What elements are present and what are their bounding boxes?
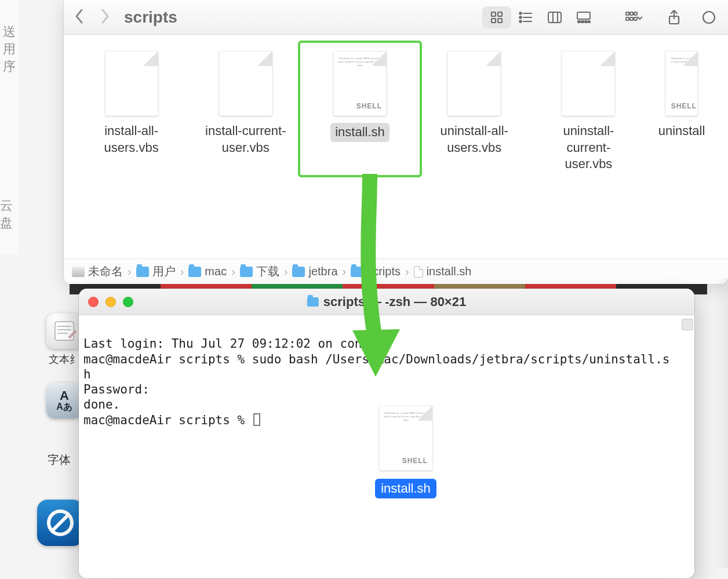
svg-rect-16: [585, 21, 587, 23]
svg-rect-22: [630, 17, 633, 20]
path-segment[interactable]: 未命名: [72, 264, 123, 279]
background-fade: [714, 278, 728, 568]
file-icon: [447, 51, 501, 116]
svg-point-6: [519, 16, 521, 18]
terminal-title: scripts — -zsh — 80×21: [307, 294, 466, 309]
svg-point-4: [519, 12, 521, 14]
shell-file-icon: #!/bin/bash set -e rm -rf echo uninstall…: [665, 51, 698, 116]
file-icon: [562, 51, 615, 116]
path-segment[interactable]: 用户: [136, 264, 176, 279]
disk-icon: [72, 267, 85, 277]
fontbook-icon: A Aあ: [46, 383, 82, 418]
file-label: uninstall: [658, 123, 705, 140]
terminal-cursor: [253, 413, 260, 426]
shell-file-icon: #!/bin/bash set -e export PATH echo inst…: [333, 51, 387, 116]
svg-rect-15: [581, 21, 584, 23]
chevron-right-icon: ›: [231, 265, 235, 278]
file-label: uninstall-all-users.vbs: [430, 123, 519, 156]
svg-point-25: [703, 12, 715, 23]
svg-rect-13: [577, 12, 590, 19]
svg-rect-19: [630, 12, 633, 15]
svg-point-8: [519, 20, 521, 22]
path-segment[interactable]: install.sh: [414, 265, 472, 278]
svg-rect-0: [492, 12, 496, 16]
path-segment[interactable]: mac: [188, 265, 227, 278]
chevron-right-icon: ›: [180, 265, 184, 278]
folder-icon: [240, 267, 253, 277]
view-mode-group: [482, 6, 598, 28]
svg-rect-1: [498, 12, 502, 16]
view-gallery-button[interactable]: [569, 6, 598, 28]
file-label: install-current-user.vbs: [201, 123, 290, 156]
chevron-right-icon: ›: [128, 265, 132, 278]
svg-rect-14: [578, 21, 580, 23]
svg-rect-3: [498, 19, 502, 23]
textedit-icon: [46, 313, 82, 349]
svg-rect-10: [548, 12, 561, 23]
finder-path-bar[interactable]: 未命名 › 用户 › mac › 下载 › jetbra › scripts ›…: [64, 258, 728, 284]
file-icon: [219, 51, 272, 116]
svg-rect-18: [626, 12, 629, 15]
folder-icon: [188, 267, 201, 277]
svg-rect-2: [492, 19, 496, 23]
chevron-right-icon: ›: [405, 265, 409, 278]
svg-rect-21: [626, 17, 629, 20]
nav-back-button[interactable]: [74, 8, 85, 27]
dragged-file[interactable]: #!/bin/bash set -e export PATH echo inst…: [354, 406, 458, 498]
nav-forward-button[interactable]: [100, 8, 110, 27]
window-minimize-button[interactable]: [105, 297, 116, 307]
window-close-button[interactable]: [88, 297, 99, 307]
file-label: install-all-users.vbs: [87, 123, 176, 156]
tags-button[interactable]: [700, 6, 718, 28]
terminal-titlebar[interactable]: scripts — -zsh — 80×21: [79, 289, 694, 315]
svg-rect-20: [634, 12, 637, 15]
finder-toolbar: scripts: [64, 0, 728, 35]
file-item[interactable]: uninstall-current-user.vbs: [544, 51, 633, 173]
file-item-cropped[interactable]: #!/bin/bash set -e rm -rf echo uninstall…: [658, 51, 705, 173]
svg-line-31: [52, 515, 68, 531]
chevron-right-icon: ›: [284, 265, 288, 278]
svg-rect-17: [588, 21, 590, 23]
folder-icon: [136, 267, 149, 277]
desktop-label: 字体: [48, 452, 71, 468]
window-zoom-button[interactable]: [123, 297, 133, 307]
dragged-file-label: install.sh: [375, 479, 436, 498]
view-icons-button[interactable]: [482, 6, 511, 28]
finder-title: scripts: [124, 8, 177, 27]
folder-icon: [292, 267, 305, 277]
folder-icon: [351, 267, 363, 277]
sidebar-fragment: 送 用 序 云盘: [0, 0, 19, 255]
desktop-app-blocker[interactable]: [37, 500, 78, 549]
share-button[interactable]: [660, 6, 689, 28]
document-icon: [414, 266, 423, 278]
view-list-button[interactable]: [511, 6, 540, 28]
file-item[interactable]: install-all-users.vbs: [87, 51, 176, 173]
file-label: uninstall-current-user.vbs: [544, 123, 633, 173]
chevron-right-icon: ›: [343, 265, 347, 278]
path-segment[interactable]: scripts: [351, 265, 401, 278]
file-label: install.sh: [330, 123, 390, 142]
path-segment[interactable]: 下载: [240, 264, 279, 279]
svg-rect-23: [634, 17, 637, 20]
folder-icon: [307, 297, 319, 307]
shell-file-icon: #!/bin/bash set -e export PATH echo inst…: [379, 406, 432, 471]
group-by-button[interactable]: [619, 6, 648, 28]
file-item-selected[interactable]: #!/bin/bash set -e export PATH echo inst…: [315, 51, 404, 173]
path-segment[interactable]: jetbra: [292, 265, 337, 278]
prohibited-icon: [37, 500, 83, 546]
view-columns-button[interactable]: [540, 6, 569, 28]
scrollbar-thumb[interactable]: [682, 319, 693, 330]
finder-file-area[interactable]: install-all-users.vbs install-current-us…: [64, 35, 728, 258]
file-icon: [105, 51, 158, 116]
file-item[interactable]: uninstall-all-users.vbs: [430, 51, 519, 173]
finder-window: scripts: [64, 0, 728, 284]
file-item[interactable]: install-current-user.vbs: [201, 51, 290, 173]
